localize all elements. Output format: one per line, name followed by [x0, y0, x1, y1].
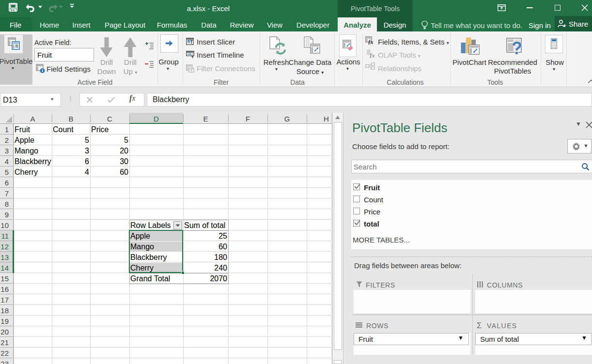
- svg-text:fx: fx: [368, 38, 374, 45]
- svg-text:fx: fx: [370, 52, 375, 58]
- svg-text:?: ?: [512, 38, 522, 56]
